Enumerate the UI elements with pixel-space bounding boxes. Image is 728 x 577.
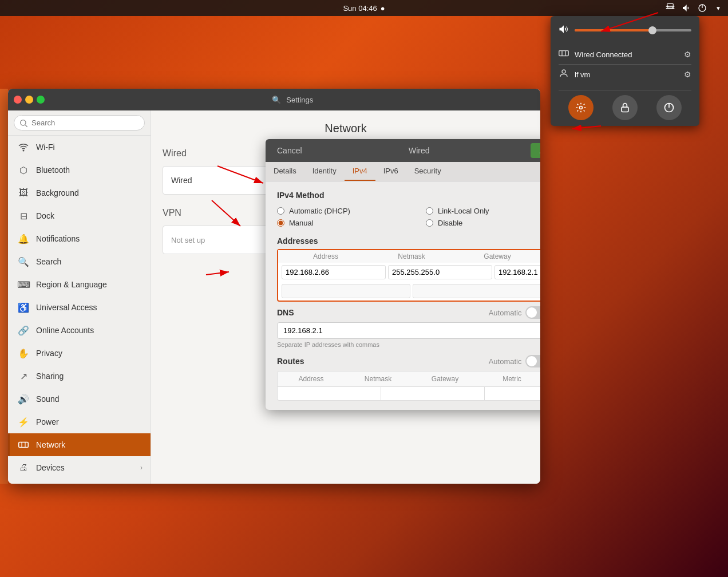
radio-manual[interactable]: Manual bbox=[277, 219, 414, 227]
addr-data-row-1: ✕ bbox=[278, 263, 540, 282]
dialog-cancel-button[interactable]: Cancel bbox=[271, 144, 308, 157]
settings-body: Wi-Fi ⬡ Bluetooth 🖼 Background ⊟ Dock 🔔 … bbox=[8, 110, 540, 484]
volume-row bbox=[559, 24, 691, 37]
tab-details[interactable]: Details bbox=[266, 162, 304, 181]
settings-window-title: 🔍 Settings bbox=[50, 96, 535, 104]
tray-user-settings-icon[interactable]: ⚙ bbox=[684, 70, 691, 79]
tab-ipv6[interactable]: IPv6 bbox=[375, 162, 406, 181]
sidebar-label-power: Power bbox=[36, 417, 143, 426]
sidebar-item-online[interactable]: 🔗 Online Accounts bbox=[8, 319, 151, 342]
online-icon: 🔗 bbox=[18, 325, 29, 336]
routes-toggle[interactable] bbox=[525, 355, 541, 367]
dns-toggle[interactable] bbox=[525, 306, 541, 319]
power-tray-icon[interactable] bbox=[697, 3, 707, 13]
routes-address-input[interactable] bbox=[278, 387, 381, 400]
sidebar-item-network[interactable]: Network bbox=[8, 433, 151, 456]
tray-power-button[interactable] bbox=[656, 95, 682, 120]
tray-lock-button[interactable] bbox=[612, 95, 638, 120]
network-tray-icon[interactable] bbox=[665, 3, 675, 13]
sidebar-item-dock[interactable]: ⊟ Dock bbox=[8, 204, 151, 227]
sidebar-item-wifi[interactable]: Wi-Fi bbox=[8, 136, 151, 159]
user-icon bbox=[559, 68, 569, 81]
addr-empty-netmask[interactable] bbox=[413, 284, 540, 298]
sidebar-label-sound: Sound bbox=[36, 394, 143, 404]
routes-toggle-knob bbox=[527, 356, 537, 366]
background-icon: 🖼 bbox=[18, 187, 29, 199]
routes-header-netmask: Netmask bbox=[345, 373, 412, 385]
wired-section-title: Wired bbox=[163, 148, 187, 159]
sidebar-label-notifications: Notifications bbox=[36, 234, 143, 243]
routes-header-gateway: Gateway bbox=[412, 373, 478, 385]
radio-auto-dhcp-input[interactable] bbox=[277, 207, 284, 215]
chevron-down-icon[interactable]: ▼ bbox=[713, 3, 723, 13]
routes-netmask-input[interactable] bbox=[381, 387, 485, 400]
ipv4-method-label: IPv4 Method bbox=[277, 191, 540, 200]
sidebar: Wi-Fi ⬡ Bluetooth 🖼 Background ⊟ Dock 🔔 … bbox=[8, 110, 151, 484]
svg-marker-5 bbox=[683, 5, 687, 11]
radio-disable-input[interactable] bbox=[426, 219, 433, 227]
volume-tray-icon[interactable] bbox=[681, 3, 691, 13]
wired-network-name: Wired bbox=[171, 176, 192, 185]
tab-security[interactable]: Security bbox=[406, 162, 449, 181]
radio-manual-input[interactable] bbox=[277, 219, 284, 227]
sidebar-item-devices[interactable]: 🖨 Devices › bbox=[8, 456, 151, 479]
sidebar-item-background[interactable]: 🖼 Background bbox=[8, 181, 151, 204]
addr-empty-address[interactable] bbox=[282, 284, 410, 298]
sidebar-item-region[interactable]: ⌨ Region & Language bbox=[8, 273, 151, 296]
window-controls bbox=[14, 96, 45, 104]
wireless-status: Not set up bbox=[171, 236, 205, 244]
tab-ipv4[interactable]: IPv4 bbox=[345, 162, 375, 181]
netmask-input[interactable] bbox=[388, 265, 492, 279]
sidebar-item-search[interactable]: 🔍 Search bbox=[8, 250, 151, 273]
radio-disable[interactable]: Disable bbox=[426, 219, 540, 227]
devices-icon: 🖨 bbox=[18, 462, 29, 473]
minimize-button[interactable] bbox=[25, 96, 33, 104]
tray-popup: Wired Connected ⚙ lf vm ⚙ bbox=[551, 16, 699, 126]
tab-identity[interactable]: Identity bbox=[304, 162, 345, 181]
maximize-button[interactable] bbox=[37, 96, 45, 104]
addr-empty-row: ✕ bbox=[278, 282, 540, 301]
volume-slider-track[interactable] bbox=[575, 29, 691, 31]
sidebar-item-sharing[interactable]: ↗ Sharing bbox=[8, 365, 151, 388]
sidebar-item-universal[interactable]: ♿ Universal Access bbox=[8, 296, 151, 319]
dns-input[interactable] bbox=[277, 322, 540, 339]
sidebar-item-power[interactable]: ⚡ Power bbox=[8, 410, 151, 433]
sidebar-item-sound[interactable]: 🔊 Sound bbox=[8, 388, 151, 410]
sidebar-item-notifications[interactable]: 🔔 Notifications bbox=[8, 227, 151, 250]
sidebar-label-privacy: Privacy bbox=[36, 349, 143, 358]
dialog-title: Wired bbox=[308, 146, 531, 155]
dialog-apply-button[interactable]: Apply bbox=[531, 143, 540, 158]
close-button[interactable] bbox=[14, 96, 22, 104]
tray-network-icon bbox=[559, 48, 569, 61]
sidebar-item-details[interactable]: ℹ Details › bbox=[8, 479, 151, 484]
svg-rect-13 bbox=[559, 51, 569, 56]
dns-row: DNS Automatic ON bbox=[277, 306, 540, 319]
radio-auto-dhcp[interactable]: Automatic (DHCP) bbox=[277, 207, 414, 215]
gateway-input[interactable] bbox=[494, 265, 540, 279]
radio-options: Automatic (DHCP) Link-Local Only Manual bbox=[277, 207, 540, 227]
radio-link-local-input[interactable] bbox=[426, 207, 433, 215]
sidebar-label-background: Background bbox=[36, 188, 143, 197]
sidebar-item-privacy[interactable]: ✋ Privacy bbox=[8, 342, 151, 365]
sidebar-item-bluetooth[interactable]: ⬡ Bluetooth bbox=[8, 159, 151, 181]
sidebar-label-universal: Universal Access bbox=[36, 303, 143, 312]
dock-icon: ⊟ bbox=[18, 210, 29, 222]
svg-rect-18 bbox=[622, 107, 628, 112]
volume-slider-thumb[interactable] bbox=[648, 26, 656, 34]
top-bar-right: ▼ bbox=[665, 3, 723, 13]
radio-link-local[interactable]: Link-Local Only bbox=[426, 207, 540, 215]
routes-header-address: Address bbox=[278, 373, 345, 385]
settings-window: 🔍 Settings Wi-Fi bbox=[8, 89, 540, 484]
routes-toggle-row: Automatic ON bbox=[489, 355, 540, 367]
tray-network-settings-icon[interactable]: ⚙ bbox=[684, 50, 691, 59]
routes-header-row: Address Netmask Gateway Metric bbox=[277, 371, 540, 387]
search-input[interactable] bbox=[14, 115, 145, 131]
routes-input-row: ✕ bbox=[277, 387, 540, 401]
dialog-tabs: Details Identity IPv4 IPv6 Security bbox=[266, 162, 540, 181]
routes-gateway-input[interactable] bbox=[485, 387, 540, 400]
tray-settings-button[interactable] bbox=[568, 95, 594, 120]
address-input[interactable] bbox=[282, 265, 386, 279]
partial-left-panel bbox=[0, 89, 8, 484]
sidebar-label-bluetooth: Bluetooth bbox=[36, 165, 143, 175]
tray-network-label: Wired Connected bbox=[575, 50, 678, 59]
